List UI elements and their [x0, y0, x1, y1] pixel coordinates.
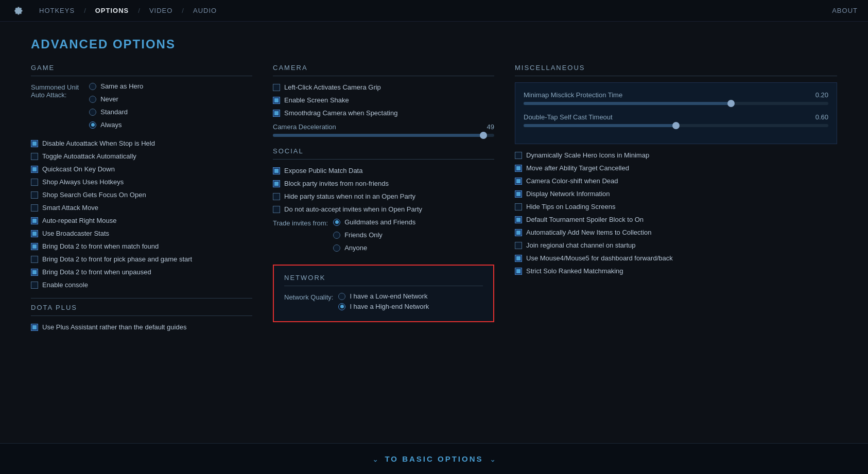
checkbox-plus-assistant[interactable]: Use Plus Assistant rather than the defau… — [31, 322, 252, 332]
bottom-bar[interactable]: ⌃ TO BASIC OPTIONS ⌃ — [0, 443, 868, 474]
radio-standard[interactable]: Standard — [89, 108, 143, 116]
radio-always-input[interactable] — [89, 121, 96, 129]
checkbox-smart-attack[interactable]: Smart Attack Move — [31, 203, 252, 213]
nav-video[interactable]: VIDEO — [145, 5, 177, 16]
checkbox-auto-repeat[interactable]: Auto-repeat Right Mouse — [31, 216, 252, 225]
checkbox-block-party-input[interactable] — [273, 180, 280, 187]
checkbox-hide-tips[interactable]: Hide Tips on Loading Screens — [515, 202, 837, 212]
checkbox-strict-solo-ranked-input[interactable] — [515, 268, 522, 275]
checkbox-hide-party-status-input[interactable] — [273, 193, 280, 200]
radio-always[interactable]: Always — [89, 121, 143, 129]
camera-deceleration-slider[interactable]: Camera Deceleration 49 — [273, 123, 494, 137]
checkbox-display-network[interactable]: Display Network Information — [515, 189, 837, 199]
checkbox-use-mouse45[interactable]: Use Mouse4/Mouse5 for dashboard forward/… — [515, 253, 837, 263]
radio-low-end-input[interactable] — [338, 293, 345, 300]
minimap-slider-label: Minimap Misclick Protection Time 0.20 — [524, 91, 828, 99]
radio-never[interactable]: Never — [89, 95, 143, 103]
checkbox-dynamically-scale-input[interactable] — [515, 152, 522, 159]
checkbox-smoothdrag[interactable]: Smoothdrag Camera when Spectating — [273, 108, 494, 118]
radio-low-end[interactable]: I have a Low-end Network — [338, 292, 429, 300]
checkbox-join-regional-chat[interactable]: Join regional chat channel on startup — [515, 240, 837, 250]
checkbox-shop-hotkeys[interactable]: Shop Always Uses Hotkeys — [31, 177, 252, 187]
checkbox-default-tournament[interactable]: Default Tournament Spoiler Block to On — [515, 215, 837, 224]
checkbox-hide-party-status[interactable]: Hide party status when not in an Open Pa… — [273, 191, 494, 201]
radio-guildmates[interactable]: Guildmates and Friends — [333, 218, 415, 226]
nav-audio[interactable]: AUDIO — [189, 5, 221, 16]
double-tap-track[interactable] — [524, 124, 828, 127]
checkbox-move-after-ability[interactable]: Move after Ability Target Cancelled — [515, 163, 837, 173]
minimap-track[interactable] — [524, 102, 828, 105]
checkbox-expose-public-input[interactable] — [273, 167, 280, 174]
checkbox-toggle-autoattack-input[interactable] — [31, 153, 38, 160]
checkbox-dynamically-scale[interactable]: Dynamically Scale Hero Icons in Minimap — [515, 150, 837, 160]
radio-never-input[interactable] — [89, 96, 96, 103]
checkbox-enable-console-input[interactable] — [31, 282, 38, 289]
checkbox-disable-autoattack-input[interactable] — [31, 140, 38, 147]
nav-hotkeys[interactable]: HOTKEYS — [35, 5, 79, 16]
checkbox-use-mouse45-input[interactable] — [515, 255, 522, 262]
checkbox-display-network-input[interactable] — [515, 190, 522, 198]
checkbox-screen-shake-input[interactable] — [273, 97, 280, 104]
checkbox-disable-autoattack[interactable]: Disable Autoattack When Stop is Held — [31, 138, 252, 148]
radio-guildmates-input[interactable] — [333, 219, 340, 226]
checkbox-bring-front-unpause-input[interactable] — [31, 269, 38, 276]
checkbox-auto-add-items-input[interactable] — [515, 229, 522, 236]
radio-high-end-input[interactable] — [338, 303, 345, 310]
checkbox-screen-shake[interactable]: Enable Screen Shake — [273, 95, 494, 105]
checkbox-hide-tips-input[interactable] — [515, 203, 522, 210]
checkbox-join-regional-chat-input[interactable] — [515, 242, 522, 249]
camera-deceleration-thumb[interactable] — [480, 132, 487, 139]
checkbox-shop-hotkeys-input[interactable] — [31, 179, 38, 186]
checkbox-plus-assistant-input[interactable] — [31, 324, 38, 331]
radio-anyone-input[interactable] — [333, 244, 340, 252]
radio-anyone[interactable]: Anyone — [333, 244, 415, 252]
checkbox-left-click-camera-label: Left-Click Activates Camera Grip — [284, 83, 381, 91]
radio-high-end[interactable]: I have a High-end Network — [338, 303, 429, 310]
checkbox-left-click-camera[interactable]: Left-Click Activates Camera Grip — [273, 82, 494, 92]
radio-same-as-hero[interactable]: Same as Hero — [89, 82, 143, 90]
checkbox-quickcast[interactable]: Quickcast On Key Down — [31, 164, 252, 174]
checkbox-camera-colorshift-input[interactable] — [515, 178, 522, 185]
radio-same-as-hero-input[interactable] — [89, 83, 96, 90]
nav-options[interactable]: OPTIONS — [91, 5, 133, 16]
checkbox-auto-add-items[interactable]: Automatically Add New Items to Collectio… — [515, 227, 837, 237]
checkbox-shop-search-input[interactable] — [31, 191, 38, 199]
minimap-slider[interactable]: Minimap Misclick Protection Time 0.20 — [524, 91, 828, 105]
radio-standard-input[interactable] — [89, 109, 96, 116]
checkbox-no-auto-accept[interactable]: Do not auto-accept invites when in Open … — [273, 204, 494, 214]
checkbox-enable-console[interactable]: Enable console — [31, 280, 252, 290]
nav-about[interactable]: ABOUT — [832, 7, 858, 14]
checkbox-smart-attack-input[interactable] — [31, 204, 38, 212]
checkbox-move-after-ability-input[interactable] — [515, 165, 522, 172]
columns-container: GAME Summoned UnitAuto Attack: Same as H… — [31, 64, 837, 335]
checkbox-bring-front-pick[interactable]: Bring Dota 2 to front for pick phase and… — [31, 254, 252, 264]
checkbox-smoothdrag-label: Smoothdrag Camera when Spectating — [284, 109, 397, 117]
page-title: ADVANCED OPTIONS — [31, 37, 837, 51]
checkbox-left-click-camera-input[interactable] — [273, 84, 280, 91]
checkbox-auto-repeat-input[interactable] — [31, 217, 38, 224]
checkbox-bring-front-pick-input[interactable] — [31, 256, 38, 263]
checkbox-expose-public[interactable]: Expose Public Match Data — [273, 166, 494, 175]
camera-deceleration-track[interactable] — [273, 134, 494, 137]
checkbox-block-party[interactable]: Block party invites from non-friends — [273, 179, 494, 188]
radio-friends-only-input[interactable] — [333, 232, 340, 239]
radio-friends-only[interactable]: Friends Only — [333, 231, 415, 239]
checkbox-toggle-autoattack[interactable]: Toggle Autoattack Automatically — [31, 151, 252, 161]
checkbox-broadcaster-stats-input[interactable] — [31, 230, 38, 237]
checkbox-quickcast-input[interactable] — [31, 166, 38, 173]
double-tap-thumb[interactable] — [672, 122, 680, 129]
radio-standard-label: Standard — [100, 108, 128, 116]
checkbox-bring-front-unpause[interactable]: Bring Dota 2 to front when unpaused — [31, 267, 252, 277]
checkbox-shop-search[interactable]: Shop Search Gets Focus On Open — [31, 190, 252, 200]
nav-sep2: / — [138, 7, 140, 14]
checkbox-bring-front-match[interactable]: Bring Dota 2 to front when match found — [31, 241, 252, 251]
double-tap-slider[interactable]: Double-Tap Self Cast Timeout 0.60 — [524, 113, 828, 127]
checkbox-smoothdrag-input[interactable] — [273, 110, 280, 117]
checkbox-strict-solo-ranked[interactable]: Strict Solo Ranked Matchmaking — [515, 266, 837, 276]
checkbox-bring-front-match-input[interactable] — [31, 243, 38, 250]
minimap-thumb[interactable] — [727, 100, 735, 107]
checkbox-broadcaster-stats[interactable]: Use Broadcaster Stats — [31, 229, 252, 238]
checkbox-default-tournament-input[interactable] — [515, 216, 522, 223]
checkbox-camera-colorshift[interactable]: Camera Color-shift when Dead — [515, 176, 837, 186]
checkbox-no-auto-accept-input[interactable] — [273, 206, 280, 213]
